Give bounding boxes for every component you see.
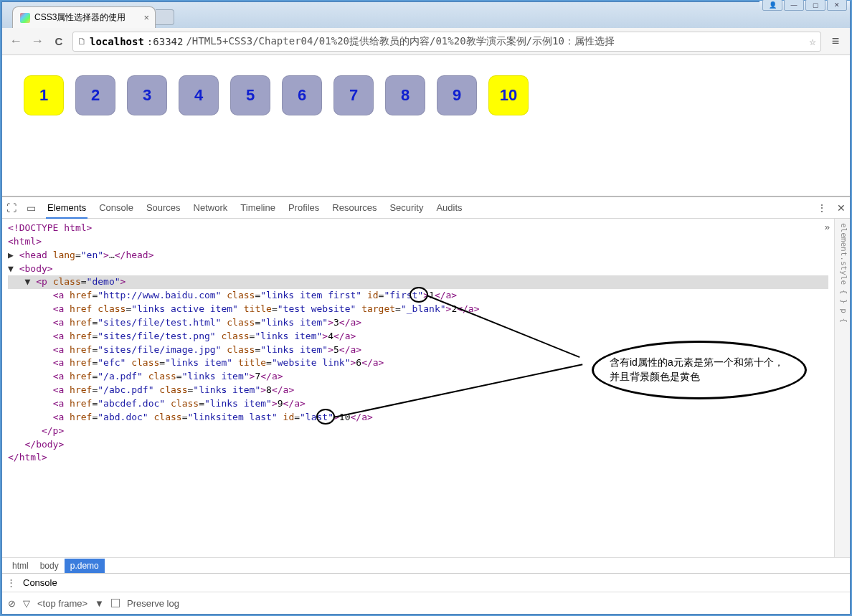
devtools-tab-console[interactable]: Console bbox=[98, 198, 135, 217]
demo-box-10[interactable]: 10 bbox=[488, 75, 529, 115]
demo-box-6[interactable]: 6 bbox=[282, 75, 322, 115]
demo-box-4[interactable]: 4 bbox=[179, 75, 219, 115]
clear-console-icon[interactable]: ⊘ bbox=[8, 598, 16, 609]
preserve-log-label: Preserve log bbox=[127, 598, 179, 609]
demo-box-7[interactable]: 7 bbox=[333, 75, 374, 115]
minimize-button[interactable]: — bbox=[784, 0, 804, 11]
url-host: localhost bbox=[90, 36, 144, 47]
browser-window: 👤 — ▢ ✕ CSS3属性选择器的使用 × ← → C 🗋 localhost… bbox=[1, 1, 851, 615]
url-port: :63342 bbox=[147, 36, 184, 47]
overflow-chevron-icon[interactable]: » bbox=[825, 222, 830, 232]
page-icon: 🗋 bbox=[77, 36, 87, 47]
menu-button[interactable]: ≡ bbox=[827, 34, 844, 49]
devtools-tab-audits[interactable]: Audits bbox=[435, 198, 463, 217]
console-toolbar: ⊘ ▽ <top frame> ▼ Preserve log bbox=[2, 592, 850, 614]
close-button[interactable]: ✕ bbox=[827, 0, 847, 11]
breadcrumb-body[interactable]: body bbox=[34, 559, 65, 573]
favicon-icon bbox=[20, 13, 30, 23]
styles-sidebar-collapsed[interactable]: element.style { } p { bbox=[834, 219, 850, 557]
devtools-panel: ⛶ ▭ ElementsConsoleSourcesNetworkTimelin… bbox=[2, 196, 850, 614]
devtools-tab-resources[interactable]: Resources bbox=[331, 198, 378, 217]
breadcrumb-html[interactable]: html bbox=[6, 559, 34, 573]
demo-boxes-row: 12345678910 bbox=[24, 75, 828, 115]
user-button[interactable]: 👤 bbox=[762, 0, 782, 11]
context-selector[interactable]: <top frame> bbox=[37, 598, 87, 609]
demo-box-9[interactable]: 9 bbox=[437, 75, 477, 115]
devtools-tab-network[interactable]: Network bbox=[192, 198, 229, 217]
elements-tree[interactable]: <!DOCTYPE html> <html> ▶ <head lang="en"… bbox=[2, 219, 834, 557]
devtools-tab-timeline[interactable]: Timeline bbox=[239, 198, 277, 217]
breadcrumb-p-demo[interactable]: p.demo bbox=[65, 559, 105, 573]
maximize-button[interactable]: ▢ bbox=[805, 0, 825, 11]
tab-strip: CSS3属性选择器的使用 × bbox=[2, 2, 850, 28]
demo-box-3[interactable]: 3 bbox=[127, 75, 167, 115]
tab-close-icon[interactable]: × bbox=[143, 12, 149, 23]
reload-button[interactable]: C bbox=[51, 35, 67, 47]
url-path: /HTML5+CSS3/Chapter04/01%20提供给教员的内容/01%2… bbox=[186, 35, 614, 48]
toolbar: ← → C 🗋 localhost:63342/HTML5+CSS3/Chapt… bbox=[2, 28, 850, 55]
demo-box-5[interactable]: 5 bbox=[230, 75, 270, 115]
demo-box-8[interactable]: 8 bbox=[385, 75, 425, 115]
devtools-more-icon[interactable]: ⋮ bbox=[817, 202, 827, 214]
filter-icon[interactable]: ▽ bbox=[23, 598, 30, 609]
console-drawer: ⋮ Console ⊘ ▽ <top frame> ▼ Preserve log bbox=[2, 573, 850, 614]
devtools-tabbar: ⛶ ▭ ElementsConsoleSourcesNetworkTimelin… bbox=[2, 197, 850, 219]
demo-box-1[interactable]: 1 bbox=[24, 75, 64, 115]
devtools-tab-profiles[interactable]: Profiles bbox=[287, 198, 321, 217]
console-label[interactable]: Console bbox=[23, 577, 57, 588]
devtools-tab-sources[interactable]: Sources bbox=[145, 198, 182, 217]
new-tab-button[interactable] bbox=[156, 9, 174, 25]
devtools-body: <!DOCTYPE html> <html> ▶ <head lang="en"… bbox=[2, 219, 850, 557]
console-drawer-header: ⋮ Console bbox=[2, 574, 850, 592]
forward-button[interactable]: → bbox=[29, 34, 45, 49]
devtools-tab-elements[interactable]: Elements bbox=[46, 198, 87, 219]
tab-title: CSS3属性选择器的使用 bbox=[34, 11, 126, 24]
demo-box-2[interactable]: 2 bbox=[75, 75, 115, 115]
devtools-close-icon[interactable]: ✕ bbox=[837, 202, 846, 214]
bookmark-star-icon[interactable]: ☆ bbox=[809, 34, 816, 48]
page-viewport: 12345678910 bbox=[2, 55, 850, 196]
context-dropdown-icon[interactable]: ▼ bbox=[95, 598, 104, 609]
console-kebab-icon[interactable]: ⋮ bbox=[6, 577, 16, 588]
address-bar[interactable]: 🗋 localhost:63342/HTML5+CSS3/Chapter04/0… bbox=[72, 32, 821, 52]
circle-mark-2 bbox=[316, 409, 335, 425]
back-button[interactable]: ← bbox=[8, 34, 24, 49]
devtools-tab-security[interactable]: Security bbox=[388, 198, 425, 217]
device-icon[interactable]: ▭ bbox=[27, 202, 36, 214]
inspect-icon[interactable]: ⛶ bbox=[6, 202, 16, 214]
window-titlebar: 👤 — ▢ ✕ bbox=[759, 1, 850, 9]
browser-tab-active[interactable]: CSS3属性选择器的使用 × bbox=[12, 6, 156, 28]
circle-mark-1 bbox=[410, 287, 428, 303]
breadcrumb-bar: htmlbodyp.demo bbox=[2, 557, 850, 573]
preserve-log-checkbox[interactable] bbox=[111, 599, 120, 607]
